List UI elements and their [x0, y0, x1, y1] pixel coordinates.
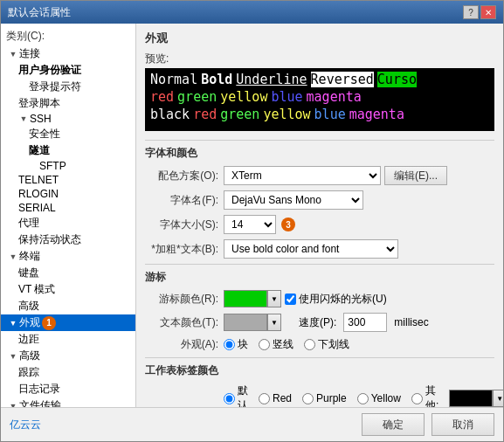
help-button[interactable]: ?: [463, 5, 479, 19]
tab-color-other[interactable]: 其他:: [411, 383, 438, 407]
sidebar-item-rlogin[interactable]: RLOGIN: [1, 187, 135, 201]
sidebar-item-label: VT 模式: [18, 282, 55, 297]
sidebar-item-label: 隧道: [29, 143, 50, 158]
sidebar-item-label: 终端: [19, 249, 40, 264]
close-button[interactable]: ✕: [480, 5, 496, 19]
preview-magenta: magenta: [307, 89, 362, 105]
section-title: 外观: [145, 31, 494, 46]
blink-checkbox-label[interactable]: 使用闪烁的光标(U): [285, 292, 387, 307]
sidebar-item-sui-dao[interactable]: 隧道: [1, 142, 135, 159]
toggle-icon: ▼: [8, 401, 18, 408]
font-size-badge: 3: [281, 218, 295, 231]
cursor-color-row: 游标颜色(R): ▼ 使用闪烁的光标(U): [145, 290, 494, 307]
cursor-color-swatch[interactable]: [224, 290, 267, 307]
font-name-control: DejaVu Sans Mono Courier New Consolas: [224, 190, 494, 210]
cursor-shape-vline[interactable]: 竖线: [259, 337, 293, 352]
sidebar-item-label: 代理: [18, 216, 39, 231]
tab-other-radio[interactable]: [411, 393, 423, 404]
sidebar-item-an-quan[interactable]: 安全性: [1, 126, 135, 142]
sidebar-item-jian-pan[interactable]: 键盘: [1, 265, 135, 281]
tab-color-group: 默认 Red Purple Yellow: [224, 383, 503, 407]
tab-red-radio[interactable]: [259, 393, 270, 404]
cursor-vline-label: 竖线: [273, 337, 293, 352]
text-color-dropdown[interactable]: ▼: [267, 314, 281, 331]
sidebar-item-dai-li[interactable]: 代理: [1, 215, 135, 231]
tab-color-purple[interactable]: Purple: [302, 392, 347, 404]
edit-button[interactable]: 编辑(E)...: [384, 166, 447, 185]
sidebar-item-deng-lu-ti[interactable]: 登录提示符: [1, 79, 135, 95]
preview-normal: Normal: [150, 72, 197, 87]
bold-text-control: Use bold color and font Use bold font on…: [224, 239, 494, 259]
text-color-row: 文本颜色(T): ▼ 速度(P): millisec: [145, 313, 494, 332]
sidebar-item-vt-mode[interactable]: VT 模式: [1, 281, 135, 298]
cursor-shape-block[interactable]: 块: [224, 337, 248, 352]
tab-color-default[interactable]: 默认: [224, 383, 248, 407]
font-name-row: 字体名(F): DejaVu Sans Mono Courier New Con…: [145, 190, 494, 210]
cursor-vline-radio[interactable]: [259, 339, 270, 350]
preview-line1: Normal Bold Underline Reversed Curso: [150, 72, 489, 87]
cursor-color-control: ▼ 使用闪烁的光标(U): [224, 290, 494, 307]
sidebar-item-zhong-duan[interactable]: ▼ 终端: [1, 248, 135, 265]
sidebar-item-serial[interactable]: SERIAL: [1, 201, 135, 215]
font-size-select[interactable]: 14 8 10 12 16 18: [224, 215, 276, 234]
sidebar-item-label: SERIAL: [18, 202, 56, 214]
sidebar-item-label: 文件传输: [19, 398, 61, 407]
blink-label: 使用闪烁的光标(U): [299, 292, 387, 307]
cursor-color-dropdown[interactable]: ▼: [267, 290, 281, 307]
sidebar-item-keep-alive[interactable]: 保持活动状态: [1, 231, 135, 248]
sidebar-item-deng-lu-jb[interactable]: 登录脚本: [1, 95, 135, 112]
cursor-shape-control: 块 竖线 下划线: [224, 337, 494, 352]
bold-text-label: *加粗*文本(B):: [145, 242, 224, 257]
sidebar-item-label: SSH: [30, 113, 52, 125]
tab-color-yellow[interactable]: Yellow: [357, 392, 401, 404]
sidebar-item-sftp[interactable]: SFTP: [1, 159, 135, 173]
sidebar-item-yong-hu[interactable]: 用户身份验证: [1, 62, 135, 79]
speed-input[interactable]: [343, 313, 387, 332]
sidebar-item-gao-ji-term[interactable]: 高级: [1, 298, 135, 314]
sidebar-item-telnet[interactable]: TELNET: [1, 173, 135, 187]
toggle-icon: ▼: [8, 318, 18, 328]
sidebar-item-bian-ju[interactable]: 边距: [1, 331, 135, 348]
sidebar-item-gao-ji[interactable]: ▼ 高级: [1, 348, 135, 364]
tab-default-radio[interactable]: [224, 393, 235, 404]
toggle-icon: ▼: [18, 114, 29, 124]
sidebar: 类别(C): ▼ 连接 用户身份验证 登录提示符 登录脚本 ▼ SSH 安全性: [1, 24, 136, 407]
bold-text-select[interactable]: Use bold color and font Use bold font on…: [224, 239, 398, 259]
sidebar-item-label: 外观: [19, 315, 40, 330]
text-color-swatch[interactable]: [224, 314, 267, 331]
sidebar-item-lian-jie[interactable]: ▼ 连接: [1, 45, 135, 62]
sidebar-item-label: 键盘: [18, 266, 39, 280]
cursor-block-label: 块: [238, 337, 248, 352]
tab-other-label: 其他:: [425, 383, 438, 407]
sidebar-item-ri-zhi[interactable]: 日志记录: [1, 381, 135, 397]
sidebar-item-gen-zong[interactable]: 跟踪: [1, 364, 135, 381]
sidebar-item-wai-guan[interactable]: ▼ 外观 1: [1, 314, 135, 331]
preview-underline: Underline: [236, 72, 307, 87]
cursor-block-radio[interactable]: [224, 339, 235, 350]
font-color-section: 字体和颜色: [145, 140, 494, 161]
tab-red-label: Red: [273, 392, 292, 404]
tab-purple-radio[interactable]: [302, 393, 314, 404]
sidebar-item-label: SFTP: [39, 160, 66, 172]
sidebar-item-label: 高级: [19, 349, 40, 363]
font-name-select[interactable]: DejaVu Sans Mono Courier New Consolas: [224, 190, 363, 210]
cursor-color-label: 游标颜色(R):: [145, 292, 224, 307]
tab-other-color-picker: ▼: [449, 390, 503, 407]
color-scheme-select[interactable]: XTerm Default Solarized: [224, 166, 381, 185]
tab-other-dropdown[interactable]: ▼: [493, 390, 503, 407]
cursor-shape-underline[interactable]: 下划线: [304, 337, 349, 352]
sidebar-item-ssh[interactable]: ▼ SSH: [1, 112, 135, 126]
sidebar-item-label: 登录脚本: [18, 96, 60, 111]
cursor-underline-radio[interactable]: [304, 339, 315, 350]
tab-other-swatch[interactable]: [449, 390, 493, 407]
blink-checkbox[interactable]: [285, 294, 296, 305]
cancel-button[interactable]: 取消: [432, 413, 494, 436]
speed-label: 速度(P):: [299, 315, 336, 330]
sidebar-item-label: 安全性: [29, 127, 60, 142]
sidebar-item-wen-jian[interactable]: ▼ 文件传输: [1, 397, 135, 407]
sidebar-item-label: 用户身份验证: [18, 63, 81, 78]
confirm-button[interactable]: 确定: [362, 413, 425, 436]
tab-color-red[interactable]: Red: [259, 392, 292, 404]
tab-yellow-radio[interactable]: [357, 393, 369, 404]
font-size-label: 字体大小(S):: [145, 218, 224, 232]
